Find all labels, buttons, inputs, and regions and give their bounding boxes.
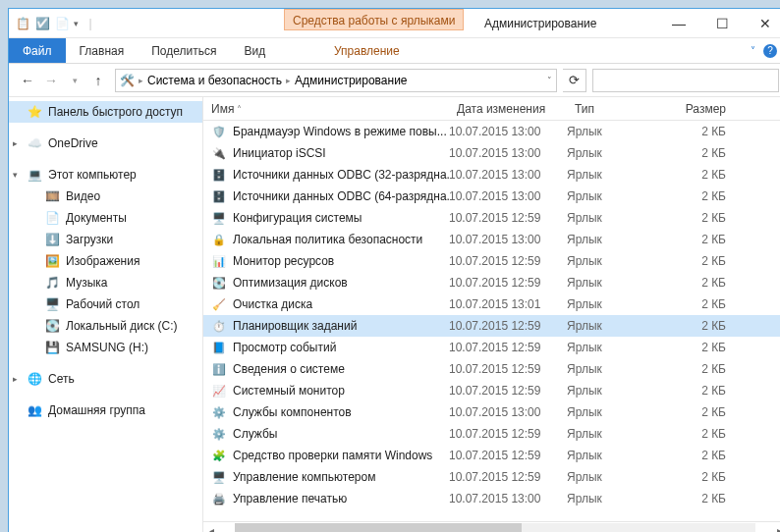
file-row[interactable]: 🧩Средство проверки памяти Windows10.07.2… xyxy=(203,445,780,466)
sidebar-music[interactable]: 🎵Музыка xyxy=(9,272,202,293)
file-row[interactable]: 🖥️Управление компьютером10.07.2015 12:59… xyxy=(203,466,780,488)
doc-icon[interactable]: 📄 xyxy=(54,16,70,31)
shortcut-icon: 🧩 xyxy=(211,448,227,463)
file-row[interactable]: 💽Оптимизация дисков10.07.2015 12:59Ярлык… xyxy=(203,272,780,293)
file-row[interactable]: 🛡️Брандмауэр Windows в режиме повы...10.… xyxy=(203,121,780,142)
column-headers: Имя Дата изменения Тип Размер xyxy=(203,97,780,121)
shortcut-icon: 🖨️ xyxy=(211,491,227,506)
sidebar-desktop[interactable]: 🖥️Рабочий стол xyxy=(9,293,202,315)
sidebar-item-label: Изображения xyxy=(66,254,139,268)
chevron-right-icon[interactable]: ▸ xyxy=(286,76,291,85)
scrollbar-track[interactable] xyxy=(235,523,755,533)
file-row[interactable]: 🗄️Источники данных ODBC (32-разрядна...1… xyxy=(203,164,780,186)
new-folder-icon[interactable]: ☑️ xyxy=(34,16,50,31)
sidebar-localdisk[interactable]: 💽Локальный диск (C:) xyxy=(9,315,202,337)
file-row[interactable]: 📊Монитор ресурсов10.07.2015 12:59Ярлык2 … xyxy=(203,250,780,272)
header-name[interactable]: Имя xyxy=(203,102,449,116)
tab-manage[interactable]: Управление xyxy=(320,38,414,63)
sidebar-network[interactable]: 🌐Сеть xyxy=(9,368,202,390)
file-type: Ярлык xyxy=(567,189,675,203)
properties-icon[interactable]: 📋 xyxy=(15,16,30,31)
file-row[interactable]: ⚙️Службы10.07.2015 12:59Ярлык2 КБ xyxy=(203,423,780,445)
tab-share[interactable]: Поделиться xyxy=(138,38,230,63)
file-name: 🧩Средство проверки памяти Windows xyxy=(203,448,449,463)
content-pane: Имя Дата изменения Тип Размер 🛡️Брандмау… xyxy=(203,97,780,532)
file-row[interactable]: ℹ️Сведения о системе10.07.2015 12:59Ярлы… xyxy=(203,358,780,380)
sidebar-pictures[interactable]: 🖼️Изображения xyxy=(9,250,202,272)
maximize-button[interactable]: ☐ xyxy=(700,10,744,37)
pc-icon: 💻 xyxy=(27,167,42,183)
refresh-button[interactable]: ⟳ xyxy=(563,69,586,92)
close-button[interactable]: ✕ xyxy=(744,10,780,37)
file-type: Ярлык xyxy=(567,362,675,376)
file-size: 2 КБ xyxy=(675,233,734,246)
file-date: 10.07.2015 13:00 xyxy=(449,492,567,505)
file-date: 10.07.2015 12:59 xyxy=(449,449,567,462)
sidebar-documents[interactable]: 📄Документы xyxy=(9,207,202,229)
cloud-icon: ☁️ xyxy=(27,135,42,151)
file-row[interactable]: ⏱️Планировщик заданий10.07.2015 12:59Ярл… xyxy=(203,315,780,337)
file-type: Ярлык xyxy=(567,449,675,462)
navigation-pane: ⭐Панель быстрого доступ ☁️OneDrive 💻Этот… xyxy=(9,97,203,532)
header-size[interactable]: Размер xyxy=(675,102,734,116)
up-button[interactable]: ↑ xyxy=(87,70,109,91)
file-row[interactable]: 🧹Очистка диска10.07.2015 13:01Ярлык2 КБ xyxy=(203,293,780,315)
scrollbar-thumb[interactable] xyxy=(235,523,522,533)
file-type: Ярлык xyxy=(567,276,675,290)
recent-dropdown[interactable]: ▾ xyxy=(64,70,85,91)
tab-file[interactable]: Файл xyxy=(9,38,66,63)
sidebar-onedrive[interactable]: ☁️OneDrive xyxy=(9,133,202,154)
sidebar-homegroup[interactable]: 👥Домашняя группа xyxy=(9,399,202,421)
explorer-body: ⭐Панель быстрого доступ ☁️OneDrive 💻Этот… xyxy=(9,97,780,532)
tab-view[interactable]: Вид xyxy=(230,38,279,63)
shortcut-icon: 📈 xyxy=(211,383,227,399)
sidebar-thispc[interactable]: 💻Этот компьютер xyxy=(9,164,202,186)
minimize-button[interactable]: — xyxy=(657,10,700,37)
sidebar-quick-access[interactable]: ⭐Панель быстрого доступ xyxy=(9,101,202,123)
breadcrumb-system[interactable]: Система и безопасность xyxy=(147,74,282,87)
file-row[interactable]: 🖥️Конфигурация системы10.07.2015 12:59Яр… xyxy=(203,207,780,229)
shortcut-icon: ℹ️ xyxy=(211,361,227,377)
scroll-right-icon[interactable]: ▸ xyxy=(771,525,780,532)
collapse-ribbon-icon[interactable]: ˅ xyxy=(751,45,755,56)
file-date: 10.07.2015 12:59 xyxy=(449,276,567,290)
help-icon[interactable]: ? xyxy=(763,44,777,58)
sidebar-samsung[interactable]: 💾SAMSUNG (H:) xyxy=(9,337,202,358)
header-date[interactable]: Дата изменения xyxy=(449,102,567,116)
header-type[interactable]: Тип xyxy=(567,102,675,116)
file-type: Ярлык xyxy=(567,297,675,311)
file-row[interactable]: ⚙️Службы компонентов10.07.2015 13:00Ярлы… xyxy=(203,401,780,423)
sidebar-downloads[interactable]: ⬇️Загрузки xyxy=(9,229,202,250)
back-button[interactable]: ← xyxy=(17,70,38,91)
forward-button[interactable]: → xyxy=(40,70,62,91)
file-list: 🛡️Брандмауэр Windows в режиме повы...10.… xyxy=(203,121,780,521)
chevron-right-icon[interactable]: ▸ xyxy=(139,76,143,85)
file-row[interactable]: 📘Просмотр событий10.07.2015 12:59Ярлык2 … xyxy=(203,337,780,358)
address-bar[interactable]: 🛠️ ▸ Система и безопасность ▸ Администри… xyxy=(115,69,557,92)
file-date: 10.07.2015 13:00 xyxy=(449,168,567,182)
file-row[interactable]: 🖨️Управление печатью10.07.2015 13:00Ярлы… xyxy=(203,488,780,509)
file-size: 2 КБ xyxy=(675,276,734,290)
file-name: 📈Системный монитор xyxy=(203,383,449,399)
breadcrumb-admin[interactable]: Администрирование xyxy=(295,74,407,87)
file-size: 2 КБ xyxy=(675,211,734,225)
file-row[interactable]: 📈Системный монитор10.07.2015 12:59Ярлык2… xyxy=(203,380,780,401)
file-date: 10.07.2015 12:59 xyxy=(449,470,567,484)
address-dropdown-icon[interactable]: ˅ xyxy=(547,76,552,85)
shortcut-icon: 🛡️ xyxy=(211,124,227,139)
file-date: 10.07.2015 12:59 xyxy=(449,341,567,354)
sidebar-videos[interactable]: 🎞️Видео xyxy=(9,186,202,207)
file-row[interactable]: 🔒Локальная политика безопасности10.07.20… xyxy=(203,229,780,250)
tab-home[interactable]: Главная xyxy=(66,38,139,63)
scroll-left-icon[interactable]: ◂ xyxy=(203,525,219,532)
file-row[interactable]: 🔌Инициатор iSCSI10.07.2015 13:00Ярлык2 К… xyxy=(203,142,780,164)
search-input[interactable] xyxy=(592,69,779,92)
shortcut-icon: ⚙️ xyxy=(211,426,227,442)
horizontal-scrollbar[interactable]: ◂ ▸ xyxy=(203,521,780,532)
shortcut-icon: 📘 xyxy=(211,340,227,355)
file-row[interactable]: 🗄️Источники данных ODBC (64-разрядна...1… xyxy=(203,186,780,207)
music-icon: 🎵 xyxy=(44,275,60,291)
file-size: 2 КБ xyxy=(675,449,734,462)
qat-dropdown-icon[interactable]: ▾ xyxy=(74,19,79,28)
file-name: 🔌Инициатор iSCSI xyxy=(203,145,449,161)
